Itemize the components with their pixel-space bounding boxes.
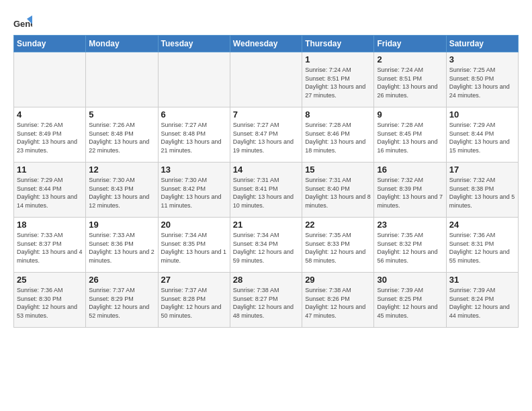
day-info: Sunrise: 7:29 AM Sunset: 8:44 PM Dayligh…	[449, 121, 515, 154]
day-number: 1	[305, 54, 371, 64]
header-day-wednesday: Wednesday	[230, 36, 302, 52]
day-number: 20	[161, 220, 227, 230]
day-number: 19	[89, 220, 154, 230]
header-day-monday: Monday	[86, 36, 158, 52]
day-number: 7	[233, 109, 299, 120]
header-day-tuesday: Tuesday	[158, 36, 230, 52]
calendar-cell	[14, 52, 86, 107]
day-number: 2	[377, 54, 443, 64]
calendar-cell: 20Sunrise: 7:34 AM Sunset: 8:35 PM Dayli…	[158, 218, 230, 273]
calendar-cell: 11Sunrise: 7:29 AM Sunset: 8:44 PM Dayli…	[14, 163, 86, 218]
day-info: Sunrise: 7:35 AM Sunset: 8:33 PM Dayligh…	[305, 231, 371, 265]
calendar-header-row: SundayMondayTuesdayWednesdayThursdayFrid…	[14, 36, 519, 52]
day-number: 27	[161, 275, 227, 285]
calendar-cell: 13Sunrise: 7:30 AM Sunset: 8:42 PM Dayli…	[158, 163, 230, 218]
calendar-cell: 29Sunrise: 7:38 AM Sunset: 8:26 PM Dayli…	[302, 273, 374, 328]
day-info: Sunrise: 7:35 AM Sunset: 8:32 PM Dayligh…	[377, 231, 443, 265]
week-row-1: 1Sunrise: 7:24 AM Sunset: 8:51 PM Daylig…	[14, 52, 519, 107]
logo: General	[13, 12, 35, 31]
day-info: Sunrise: 7:26 AM Sunset: 8:48 PM Dayligh…	[89, 121, 154, 154]
calendar-cell: 25Sunrise: 7:36 AM Sunset: 8:30 PM Dayli…	[14, 273, 86, 328]
day-number: 12	[89, 165, 154, 175]
calendar-cell: 5Sunrise: 7:26 AM Sunset: 8:48 PM Daylig…	[86, 107, 158, 163]
calendar-cell: 22Sunrise: 7:35 AM Sunset: 8:33 PM Dayli…	[302, 218, 374, 273]
day-number: 15	[305, 165, 371, 175]
day-info: Sunrise: 7:39 AM Sunset: 8:24 PM Dayligh…	[449, 286, 515, 320]
calendar-cell: 16Sunrise: 7:32 AM Sunset: 8:39 PM Dayli…	[374, 163, 446, 218]
calendar-cell: 8Sunrise: 7:28 AM Sunset: 8:46 PM Daylig…	[302, 107, 374, 163]
header-day-friday: Friday	[374, 36, 446, 52]
calendar-table: SundayMondayTuesdayWednesdayThursdayFrid…	[13, 35, 519, 328]
week-row-3: 11Sunrise: 7:29 AM Sunset: 8:44 PM Dayli…	[14, 163, 519, 218]
calendar-cell: 19Sunrise: 7:33 AM Sunset: 8:36 PM Dayli…	[86, 218, 158, 273]
day-number: 6	[161, 109, 227, 120]
day-number: 21	[233, 220, 299, 230]
day-number: 26	[89, 275, 154, 285]
calendar-cell	[86, 52, 158, 107]
calendar-cell	[158, 52, 230, 107]
day-info: Sunrise: 7:32 AM Sunset: 8:39 PM Dayligh…	[377, 176, 443, 210]
calendar-cell: 27Sunrise: 7:37 AM Sunset: 8:28 PM Dayli…	[158, 273, 230, 328]
calendar-cell: 12Sunrise: 7:30 AM Sunset: 8:43 PM Dayli…	[86, 163, 158, 218]
day-info: Sunrise: 7:32 AM Sunset: 8:38 PM Dayligh…	[449, 176, 515, 210]
calendar-cell: 14Sunrise: 7:31 AM Sunset: 8:41 PM Dayli…	[230, 163, 302, 218]
week-row-4: 18Sunrise: 7:33 AM Sunset: 8:37 PM Dayli…	[14, 218, 519, 273]
day-number: 23	[377, 220, 443, 230]
day-number: 18	[17, 220, 83, 230]
calendar-cell: 24Sunrise: 7:36 AM Sunset: 8:31 PM Dayli…	[446, 218, 518, 273]
day-number: 10	[449, 109, 515, 120]
calendar-cell: 7Sunrise: 7:27 AM Sunset: 8:47 PM Daylig…	[230, 107, 302, 163]
day-info: Sunrise: 7:28 AM Sunset: 8:45 PM Dayligh…	[377, 121, 443, 154]
day-number: 30	[377, 275, 443, 285]
day-info: Sunrise: 7:26 AM Sunset: 8:49 PM Dayligh…	[17, 121, 83, 154]
week-row-5: 25Sunrise: 7:36 AM Sunset: 8:30 PM Dayli…	[14, 273, 519, 328]
day-number: 4	[17, 109, 83, 120]
calendar-cell	[230, 52, 302, 107]
calendar-cell: 10Sunrise: 7:29 AM Sunset: 8:44 PM Dayli…	[446, 107, 518, 163]
day-info: Sunrise: 7:31 AM Sunset: 8:40 PM Dayligh…	[305, 176, 371, 210]
calendar-cell: 9Sunrise: 7:28 AM Sunset: 8:45 PM Daylig…	[374, 107, 446, 163]
day-info: Sunrise: 7:38 AM Sunset: 8:26 PM Dayligh…	[305, 286, 371, 320]
day-info: Sunrise: 7:34 AM Sunset: 8:34 PM Dayligh…	[233, 231, 299, 265]
day-number: 9	[377, 109, 443, 120]
calendar-cell: 26Sunrise: 7:37 AM Sunset: 8:29 PM Dayli…	[86, 273, 158, 328]
day-number: 11	[17, 165, 83, 175]
header-day-saturday: Saturday	[446, 36, 518, 52]
calendar-cell: 23Sunrise: 7:35 AM Sunset: 8:32 PM Dayli…	[374, 218, 446, 273]
day-info: Sunrise: 7:29 AM Sunset: 8:44 PM Dayligh…	[17, 176, 83, 210]
day-info: Sunrise: 7:33 AM Sunset: 8:37 PM Dayligh…	[17, 231, 83, 265]
day-number: 24	[449, 220, 515, 230]
day-number: 8	[305, 109, 371, 120]
day-number: 22	[305, 220, 371, 230]
day-info: Sunrise: 7:30 AM Sunset: 8:43 PM Dayligh…	[89, 176, 154, 210]
calendar-cell: 17Sunrise: 7:32 AM Sunset: 8:38 PM Dayli…	[446, 163, 518, 218]
header-day-thursday: Thursday	[302, 36, 374, 52]
day-info: Sunrise: 7:38 AM Sunset: 8:27 PM Dayligh…	[233, 286, 299, 320]
day-number: 17	[449, 165, 515, 175]
page-container: General SundayMondayTuesdayWednesdayThur…	[0, 0, 532, 334]
day-info: Sunrise: 7:27 AM Sunset: 8:48 PM Dayligh…	[161, 121, 227, 154]
calendar-cell: 30Sunrise: 7:39 AM Sunset: 8:25 PM Dayli…	[374, 273, 446, 328]
day-number: 31	[449, 275, 515, 285]
calendar-cell: 4Sunrise: 7:26 AM Sunset: 8:49 PM Daylig…	[14, 107, 86, 163]
header-day-sunday: Sunday	[14, 36, 86, 52]
calendar-cell: 1Sunrise: 7:24 AM Sunset: 8:51 PM Daylig…	[302, 52, 374, 107]
day-number: 29	[305, 275, 371, 285]
day-number: 13	[161, 165, 227, 175]
calendar-cell: 21Sunrise: 7:34 AM Sunset: 8:34 PM Dayli…	[230, 218, 302, 273]
day-info: Sunrise: 7:24 AM Sunset: 8:51 PM Dayligh…	[377, 66, 443, 99]
calendar-cell: 6Sunrise: 7:27 AM Sunset: 8:48 PM Daylig…	[158, 107, 230, 163]
day-info: Sunrise: 7:34 AM Sunset: 8:35 PM Dayligh…	[161, 231, 227, 265]
calendar-cell: 31Sunrise: 7:39 AM Sunset: 8:24 PM Dayli…	[446, 273, 518, 328]
calendar-cell: 18Sunrise: 7:33 AM Sunset: 8:37 PM Dayli…	[14, 218, 86, 273]
day-number: 3	[449, 54, 515, 64]
header: General	[13, 12, 519, 31]
day-number: 25	[17, 275, 83, 285]
day-info: Sunrise: 7:36 AM Sunset: 8:30 PM Dayligh…	[17, 286, 83, 320]
day-number: 16	[377, 165, 443, 175]
day-number: 5	[89, 109, 154, 120]
day-info: Sunrise: 7:37 AM Sunset: 8:29 PM Dayligh…	[89, 286, 154, 320]
day-number: 28	[233, 275, 299, 285]
day-info: Sunrise: 7:27 AM Sunset: 8:47 PM Dayligh…	[233, 121, 299, 154]
day-info: Sunrise: 7:36 AM Sunset: 8:31 PM Dayligh…	[449, 231, 515, 265]
